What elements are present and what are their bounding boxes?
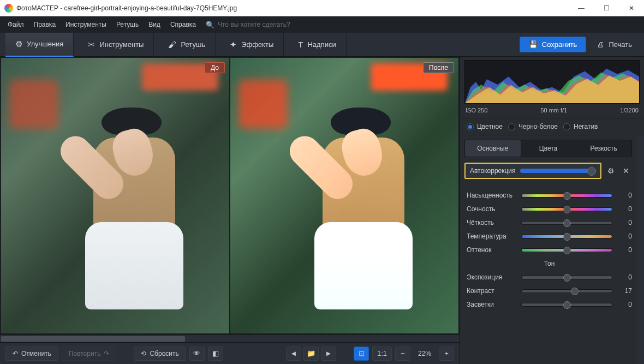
meta-shutter: 1/3200	[620, 107, 639, 114]
eye-icon[interactable]: 👁	[189, 347, 205, 361]
autocorrect-row: Автокоррекция ⚙ ✕	[464, 163, 632, 179]
before-badge: До	[205, 62, 225, 73]
titlebar: ФотоМАСТЕР - carefree-girl-portrait-enjo…	[0, 0, 644, 16]
print-button[interactable]: 🖨Печать	[591, 37, 639, 52]
horizontal-scrollbar[interactable]	[0, 335, 460, 342]
toolbar: ⚙Улучшения ✂Инструменты 🖌Ретушь ✦Эффекты…	[0, 33, 644, 57]
nav-next-icon[interactable]: ►	[321, 347, 336, 361]
right-panel: ISO 250 50 mm f/1 1/3200 Цветное Черно-б…	[460, 57, 644, 364]
text-icon: T	[298, 40, 303, 49]
slider-exposure: Экспозиция0	[467, 273, 632, 281]
meta-iso: ISO 250	[466, 107, 487, 114]
tab-tools[interactable]: ✂Инструменты	[78, 33, 154, 57]
slider-tint: Оттенок0	[467, 246, 632, 254]
close-icon[interactable]: ✕	[620, 165, 632, 177]
save-icon: 💾	[529, 40, 538, 49]
autocorrect-box[interactable]: Автокоррекция	[464, 163, 601, 179]
after-badge: После	[423, 62, 454, 73]
minimize-button[interactable]: —	[569, 0, 594, 16]
sliders-list: Насыщенность0 Сочность0 Чёткость0 Темпер…	[460, 182, 636, 364]
menu-view[interactable]: Вид	[144, 19, 165, 31]
app-icon	[4, 4, 13, 13]
tab-retouch[interactable]: 🖌Ретушь	[158, 33, 216, 57]
zoom-in-icon[interactable]: +	[439, 347, 454, 361]
after-image[interactable]: После	[230, 58, 458, 333]
undo-icon: ↶	[13, 350, 18, 357]
canvas-area: До После ↶Отменить Повторить↷ ⟲Сбросить …	[0, 57, 460, 364]
slider-clarity: Чёткость0	[467, 219, 632, 226]
wand-icon: ✦	[230, 40, 237, 50]
slider-temperature: Температура0	[467, 232, 632, 240]
histogram[interactable]	[464, 60, 640, 104]
tab-text[interactable]: TНадписи	[288, 33, 346, 57]
bottom-toolbar: ↶Отменить Повторить↷ ⟲Сбросить 👁 ◧ ◄ 📁 ►…	[0, 342, 460, 364]
subtab-basic[interactable]: Основные	[465, 140, 521, 157]
gear-icon[interactable]: ⚙	[605, 165, 617, 177]
radio-bw[interactable]: Черно-белое	[508, 123, 558, 130]
slider-vibrance: Сочность0	[467, 205, 632, 213]
brush-icon: 🖌	[168, 40, 176, 49]
redo-icon: ↷	[104, 350, 109, 357]
menu-retouch[interactable]: Ретушь	[112, 19, 143, 31]
slider-contrast: Контраст17	[467, 287, 632, 295]
compare-view: До После	[0, 57, 460, 335]
color-mode-radios: Цветное Черно-белое Негатив	[460, 118, 644, 135]
redo-button[interactable]: Повторить↷	[62, 347, 117, 361]
radio-negative[interactable]: Негатив	[563, 123, 598, 130]
slider-highlights: Засветки0	[467, 301, 632, 308]
menubar: Файл Правка Инструменты Ретушь Вид Справ…	[0, 16, 644, 33]
meta-lens: 50 mm f/1	[540, 107, 567, 114]
main-area: До После ↶Отменить Повторить↷ ⟲Сбросить …	[0, 57, 644, 364]
maximize-button[interactable]: ☐	[594, 0, 619, 16]
print-icon: 🖨	[597, 40, 604, 49]
zoom-value: 22%	[414, 350, 436, 357]
sliders-icon: ⚙	[15, 39, 22, 49]
crop-icon: ✂	[88, 40, 95, 50]
ratio-button[interactable]: 1:1	[372, 347, 392, 361]
subtab-colors[interactable]: Цвета	[521, 140, 576, 157]
folder-icon[interactable]: 📁	[303, 347, 319, 361]
menu-help[interactable]: Справка	[166, 19, 200, 31]
tab-effects[interactable]: ✦Эффекты	[220, 33, 284, 57]
nav-prev-icon[interactable]: ◄	[286, 347, 301, 361]
reset-button[interactable]: ⟲Сбросить	[134, 347, 186, 361]
tab-enhance[interactable]: ⚙Улучшения	[5, 33, 74, 57]
undo-button[interactable]: ↶Отменить	[5, 347, 58, 361]
radio-color[interactable]: Цветное	[467, 123, 503, 130]
menu-file[interactable]: Файл	[3, 19, 28, 31]
photo-metadata: ISO 250 50 mm f/1 1/3200	[460, 106, 644, 118]
vertical-scrollbar[interactable]	[636, 135, 644, 364]
before-image[interactable]: До	[1, 58, 229, 333]
reset-icon: ⟲	[141, 350, 146, 357]
zoom-out-icon[interactable]: −	[395, 347, 410, 361]
autocorrect-label: Автокоррекция	[470, 167, 516, 175]
adjust-subtabs: Основные Цвета Резкость	[464, 140, 632, 157]
menu-edit[interactable]: Правка	[29, 19, 61, 31]
window-title: ФотоМАСТЕР - carefree-girl-portrait-enjo…	[16, 4, 569, 12]
menu-tools[interactable]: Инструменты	[61, 19, 111, 31]
split-icon[interactable]: ◧	[208, 347, 223, 361]
save-button[interactable]: 💾Сохранить	[520, 37, 587, 52]
subtab-sharp[interactable]: Резкость	[576, 140, 631, 157]
tone-header: Тон	[467, 260, 632, 267]
close-button[interactable]: ✕	[619, 0, 644, 16]
search-input[interactable]: Что вы хотите сделать?	[218, 21, 290, 28]
autocorrect-slider[interactable]	[520, 169, 596, 173]
search-icon: 🔍	[206, 21, 214, 29]
slider-saturation: Насыщенность0	[467, 192, 632, 199]
fit-icon[interactable]: ⊡	[354, 347, 369, 361]
